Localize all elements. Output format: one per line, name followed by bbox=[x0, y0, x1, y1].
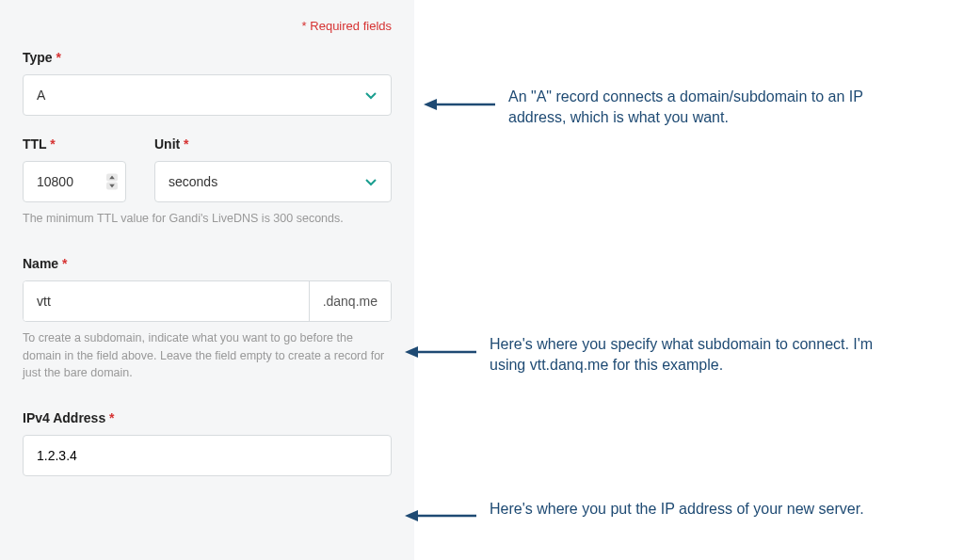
unit-select[interactable]: seconds bbox=[154, 161, 392, 202]
ipv4-input[interactable] bbox=[37, 436, 378, 475]
required-fields-note: * Required fields bbox=[23, 19, 392, 33]
svg-marker-1 bbox=[109, 184, 115, 188]
arrow-icon bbox=[403, 505, 478, 530]
svg-marker-7 bbox=[405, 510, 418, 521]
dns-record-form: * Required fields Type * A TTL * 10800 bbox=[0, 0, 414, 560]
unit-col: Unit * seconds bbox=[154, 136, 392, 202]
type-select[interactable]: A bbox=[23, 74, 392, 116]
arrow-icon bbox=[403, 342, 478, 366]
ipv4-field-group: IPv4 Address * bbox=[23, 410, 392, 476]
ipv4-annotation: Here's where you put the IP address of y… bbox=[490, 499, 904, 520]
name-annotation: Here's where you specify what subdomain … bbox=[490, 334, 904, 376]
type-field-group: Type * A bbox=[23, 50, 392, 116]
ttl-value: 10800 bbox=[37, 174, 73, 189]
unit-label-text: Unit bbox=[154, 136, 180, 152]
type-label-text: Type bbox=[23, 50, 53, 65]
ttl-unit-group: TTL * 10800 Uni bbox=[23, 136, 392, 228]
required-star-icon: * bbox=[56, 50, 61, 65]
ttl-hint: The minimum TTL value for Gandi's LiveDN… bbox=[23, 210, 392, 228]
chevron-down-icon bbox=[364, 175, 378, 188]
type-value: A bbox=[37, 88, 45, 103]
required-star-icon: * bbox=[50, 136, 55, 152]
name-label: Name * bbox=[23, 256, 392, 271]
spinner-up-button[interactable] bbox=[106, 174, 118, 182]
name-input-row: .danq.me bbox=[23, 280, 392, 322]
svg-marker-0 bbox=[109, 176, 115, 180]
ipv4-label-text: IPv4 Address bbox=[23, 410, 105, 425]
svg-marker-5 bbox=[405, 346, 418, 358]
ttl-input[interactable]: 10800 bbox=[23, 161, 126, 202]
type-annotation: An "A" record connects a domain/subdomai… bbox=[508, 87, 923, 129]
number-spinner bbox=[106, 174, 118, 190]
required-star-icon: * bbox=[184, 136, 188, 152]
name-label-text: Name bbox=[23, 256, 58, 271]
domain-suffix: .danq.me bbox=[309, 281, 391, 321]
ttl-label: TTL * bbox=[23, 136, 126, 152]
required-star-icon: * bbox=[62, 256, 67, 271]
ipv4-input-wrap bbox=[23, 435, 392, 476]
unit-value: seconds bbox=[169, 174, 217, 189]
name-hint: To create a subdomain, indicate what you… bbox=[23, 329, 392, 382]
ipv4-label: IPv4 Address * bbox=[23, 410, 392, 425]
name-input[interactable] bbox=[24, 281, 309, 321]
ttl-label-text: TTL bbox=[23, 136, 46, 152]
arrow-icon bbox=[422, 94, 497, 119]
required-star-icon: * bbox=[109, 410, 114, 425]
spinner-down-button[interactable] bbox=[106, 183, 118, 190]
svg-marker-3 bbox=[424, 99, 437, 110]
name-field-group: Name * .danq.me To create a subdomain, i… bbox=[23, 256, 392, 382]
unit-label: Unit * bbox=[154, 136, 392, 152]
ttl-col: TTL * 10800 bbox=[23, 136, 126, 202]
chevron-down-icon bbox=[364, 88, 378, 102]
type-label: Type * bbox=[23, 50, 392, 65]
